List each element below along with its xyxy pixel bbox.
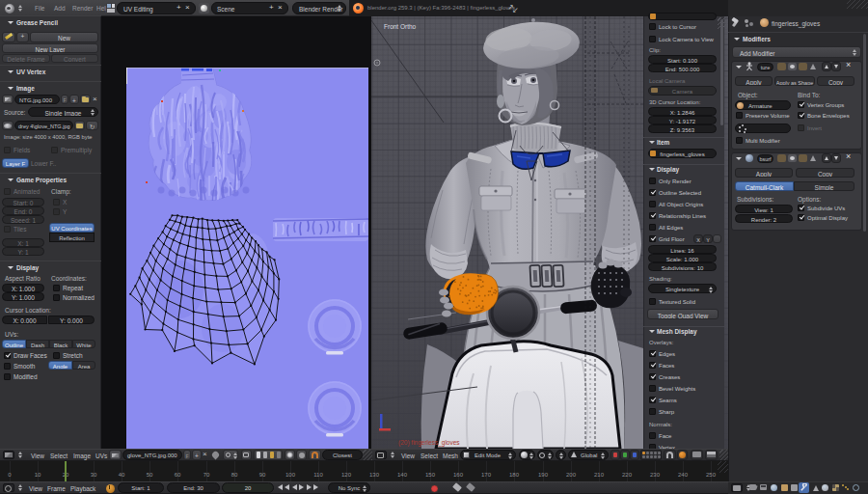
svg-text:(20) fingerless_gloves: (20) fingerless_gloves bbox=[398, 439, 460, 447]
svg-text:Front Ortho: Front Ortho bbox=[384, 23, 417, 30]
